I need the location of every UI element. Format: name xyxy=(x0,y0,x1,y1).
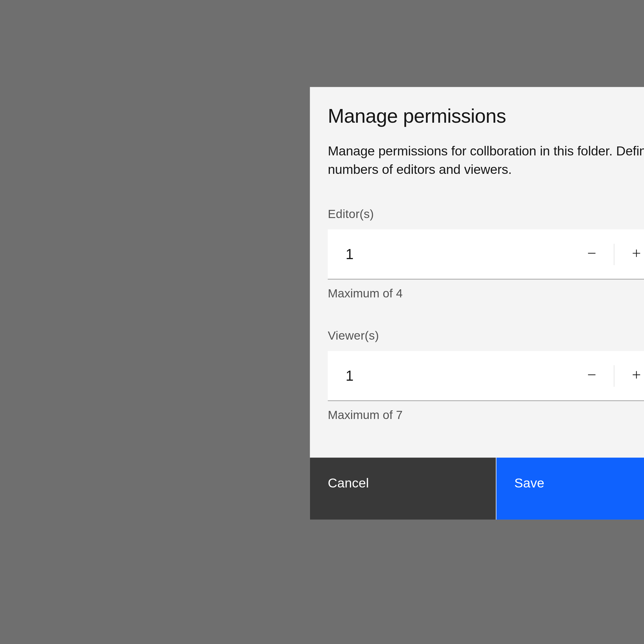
viewers-input[interactable] xyxy=(328,351,570,401)
editors-increment-button[interactable] xyxy=(614,230,644,279)
modal-body: Editor(s) xyxy=(310,179,644,458)
viewers-helper-text: Maximum of 7 xyxy=(328,408,644,422)
editors-stepper-controls xyxy=(570,230,644,279)
manage-permissions-modal: Manage permissions Manage permissions fo… xyxy=(310,87,644,520)
viewers-field-group: Viewer(s) xyxy=(328,329,644,422)
plus-icon xyxy=(630,248,642,261)
svg-rect-3 xyxy=(588,375,595,376)
viewers-number-input-wrap xyxy=(328,351,644,401)
plus-icon xyxy=(630,369,642,383)
svg-marker-4 xyxy=(633,371,640,379)
editors-decrement-button[interactable] xyxy=(570,230,614,279)
svg-rect-1 xyxy=(588,253,595,254)
modal-title: Manage permissions xyxy=(328,105,506,127)
viewers-label: Viewer(s) xyxy=(328,329,644,343)
modal-footer: Cancel Save xyxy=(310,458,644,520)
minus-icon xyxy=(586,369,598,383)
modal-description: Manage permissions for collboration in t… xyxy=(310,127,644,179)
cancel-button[interactable]: Cancel xyxy=(310,458,496,520)
editors-field-group: Editor(s) xyxy=(328,208,644,301)
viewers-stepper-controls xyxy=(570,351,644,401)
svg-marker-2 xyxy=(633,250,640,257)
editors-label: Editor(s) xyxy=(328,208,644,221)
editors-helper-text: Maximum of 4 xyxy=(328,287,644,300)
editors-input[interactable] xyxy=(328,230,570,279)
minus-icon xyxy=(586,248,598,261)
modal-header: Manage permissions xyxy=(310,87,644,127)
save-button[interactable]: Save xyxy=(496,458,644,520)
viewers-decrement-button[interactable] xyxy=(570,351,614,401)
editors-number-input-wrap xyxy=(328,230,644,280)
viewers-increment-button[interactable] xyxy=(614,351,644,401)
